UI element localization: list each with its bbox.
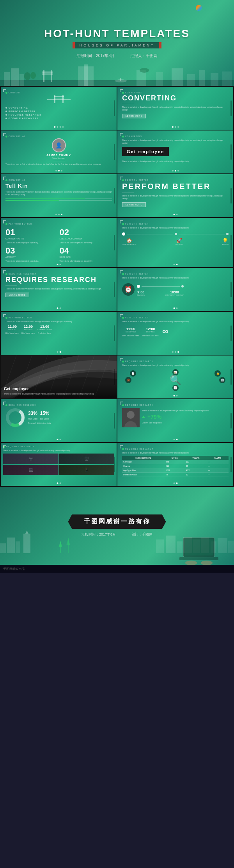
person-name: JAMES TOMMY bbox=[5, 154, 112, 157]
building-desc: There is no talent to development throug… bbox=[4, 393, 113, 395]
svg-rect-17 bbox=[199, 70, 205, 86]
tell-kin-title: Tell Kin bbox=[5, 183, 112, 189]
learn-more-btn[interactable]: LEARN MORE bbox=[122, 202, 146, 207]
toc-item-4: GOOGLE ANYWHERE bbox=[5, 117, 112, 120]
svg-rect-18 bbox=[211, 73, 218, 86]
corner-decoration bbox=[120, 358, 123, 361]
person-role: Sales Manager bbox=[5, 157, 112, 159]
section-label: PERFORM BETTER bbox=[122, 223, 229, 225]
donut-chart bbox=[5, 408, 25, 427]
separator bbox=[5, 286, 17, 286]
num-04: 04 bbox=[60, 246, 112, 256]
col-header-3: TOWNS bbox=[185, 456, 207, 460]
section-label: PERFORM BETTER bbox=[5, 316, 112, 319]
col-header-4: SLUMS bbox=[207, 456, 229, 460]
svg-rect-9 bbox=[42, 73, 53, 75]
svg-point-39 bbox=[127, 411, 135, 419]
svg-rect-2 bbox=[11, 68, 19, 86]
table-slide: REQUIRES RESEARCH There is no talent to … bbox=[117, 443, 233, 486]
svg-rect-50 bbox=[156, 539, 164, 553]
workspace-desc: There is no talent to development throug… bbox=[3, 449, 114, 452]
corner-decoration bbox=[3, 133, 6, 136]
progress-section bbox=[5, 198, 112, 201]
svg-rect-15 bbox=[172, 68, 183, 86]
learn-more-btn[interactable]: LEARN MORE bbox=[122, 114, 146, 118]
nav-dots bbox=[57, 351, 61, 353]
avatar: 👤 bbox=[52, 138, 66, 152]
research-org-slide: REQUIRES RESEARCH There is no talent to … bbox=[117, 355, 233, 398]
section-label: REQUIRES RESEARCH bbox=[122, 404, 229, 406]
icons-body: There is no talent to development throug… bbox=[122, 227, 229, 229]
section-label: REQUIRES RESEARCH bbox=[122, 360, 229, 363]
time-row-3: 11:00 ADVISORY Brief desc here. 12:00 BR… bbox=[5, 325, 112, 335]
nav-dots bbox=[172, 170, 179, 171]
table-row: Change 211 98 — bbox=[122, 464, 229, 468]
num-02: 02 bbox=[60, 227, 112, 238]
num-03: 03 bbox=[5, 246, 58, 256]
nav-dots bbox=[173, 214, 177, 215]
svg-rect-19 bbox=[222, 71, 232, 86]
section-label: PERFORM BETTER bbox=[122, 179, 229, 181]
report-time: 汇报时间：2017年8月 bbox=[76, 53, 115, 59]
svg-point-4 bbox=[24, 72, 30, 80]
separator bbox=[122, 104, 134, 104]
num-label-3: ADVISORY bbox=[5, 256, 58, 258]
num-desc-4: There is no talent to project objectivit… bbox=[60, 260, 112, 263]
subtitle: HOUSES OF PARLIAMENT bbox=[73, 42, 161, 48]
table-row: Pollution Phase 78 12 — bbox=[122, 473, 229, 477]
svg-rect-44 bbox=[23, 534, 30, 553]
research-body: There is no talent to development throug… bbox=[5, 288, 112, 290]
svg-rect-61 bbox=[179, 557, 218, 560]
learn-more-btn[interactable]: LEARN MORE bbox=[5, 293, 29, 297]
corner-decoration bbox=[3, 177, 6, 180]
get-emp-sub: There is no talent to development throug… bbox=[122, 160, 229, 163]
corner-decoration bbox=[120, 177, 123, 180]
svg-rect-25 bbox=[54, 96, 64, 97]
percent-value: +79% bbox=[147, 414, 161, 420]
table-body: There is no talent to development throug… bbox=[122, 452, 229, 454]
get-emp-desc: There is no talent to development throug… bbox=[122, 139, 229, 145]
num-item-2: 02 EMERGENCY COMPANY There is no talent … bbox=[60, 227, 112, 244]
corner-decoration bbox=[120, 314, 123, 317]
svg-rect-12 bbox=[136, 70, 146, 86]
bottom-bar: 千图网独家出品 bbox=[0, 565, 234, 573]
workspace-photos-slide: REQUIRES RESEARCH There is no talent to … bbox=[1, 443, 117, 486]
corner-decoration bbox=[120, 270, 123, 273]
tell-kin-body: There is no talent to development throug… bbox=[5, 191, 112, 196]
num-desc-3: There is no talent to project objectivit… bbox=[5, 260, 58, 263]
perform-body: There is no talent to development throug… bbox=[122, 195, 229, 200]
org-chart: 🔍 📊 📈 💼 🏢 📋 🔒 bbox=[122, 368, 229, 392]
svg-rect-3 bbox=[20, 74, 24, 86]
photo-grid: 📷 🖥️ 💻 📱 bbox=[3, 454, 114, 475]
slides-grid: CONTENT CONVERTING PERFORM BETTER REQUIR… bbox=[0, 86, 234, 487]
nav-dots bbox=[172, 126, 179, 128]
stat-label-2: Sub Label bbox=[40, 418, 49, 420]
svg-rect-51 bbox=[166, 536, 176, 553]
nav-dots bbox=[57, 482, 61, 484]
org-node-tr: 🔒 bbox=[214, 370, 221, 377]
col-header-2: CITIES bbox=[165, 456, 185, 460]
svg-rect-11 bbox=[84, 64, 88, 86]
org-node-left: 💼 bbox=[125, 377, 131, 383]
num-label-2: EMERGENCY COMPANY bbox=[60, 238, 112, 240]
svg-rect-26 bbox=[54, 98, 64, 98]
nav-dots bbox=[173, 395, 177, 396]
num-label-1: COMPANY PROFITS bbox=[5, 238, 58, 240]
svg-rect-43 bbox=[16, 541, 20, 553]
photo-4: 📱 bbox=[59, 465, 115, 475]
timeline-body-3: There is no talent to development throug… bbox=[122, 320, 229, 323]
corner-decoration bbox=[3, 270, 6, 273]
section-label: CONVERTING bbox=[122, 135, 229, 138]
converting-title-slide: CONVERTING CONVERTING There is no talent… bbox=[117, 87, 233, 130]
time-infinity: 11:00 CONVERTING Brief desc text here. 1… bbox=[122, 325, 229, 337]
photo-1: 📷 bbox=[3, 454, 58, 464]
stats-slide: REQUIRES RESEARCH 33% Main Label 15% Sub… bbox=[1, 399, 117, 442]
timeline-body-2: There is no talent to development throug… bbox=[5, 320, 112, 323]
svg-rect-16 bbox=[187, 74, 195, 86]
section-label: REQUIRES RESEARCH bbox=[122, 448, 229, 450]
num-label-4: MORE INFO bbox=[60, 256, 112, 258]
timeline-slide-3: PERFORM BETTER There is no talent to dev… bbox=[117, 312, 233, 355]
toc-list: CONVERTING PERFORM BETTER REQUIRES RESEA… bbox=[5, 107, 112, 120]
timeline-slide-2: PERFORM BETTER There is no talent to dev… bbox=[1, 312, 117, 355]
nav-dots bbox=[173, 264, 177, 265]
